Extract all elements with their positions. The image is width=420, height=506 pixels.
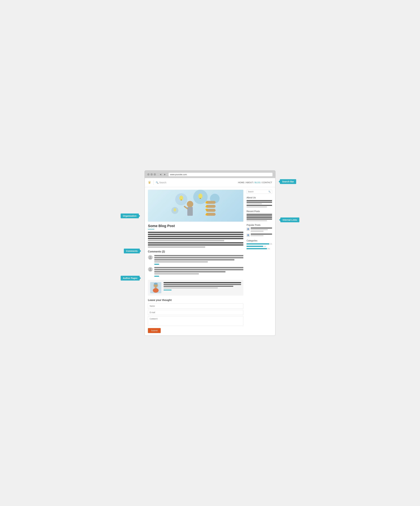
dot-2	[150, 173, 153, 175]
sidebar-search[interactable]: 🔍	[247, 190, 272, 194]
comment-item	[148, 267, 243, 277]
form-title: Leave your thought	[148, 299, 243, 302]
sidebar-categories: Categories (23) (14)	[247, 239, 272, 249]
svg-text:👍: 👍	[205, 205, 208, 208]
text-line	[148, 234, 243, 235]
text-line	[164, 284, 241, 285]
sidebar-search-input[interactable]	[248, 191, 268, 193]
author-pages-label: Author Pages	[121, 276, 140, 280]
header-divider	[153, 180, 153, 185]
svg-rect-6	[200, 198, 201, 199]
svg-rect-4	[181, 200, 182, 200]
text-line	[247, 215, 272, 216]
svg-rect-28	[155, 287, 157, 288]
text-line	[247, 202, 272, 203]
comment-link[interactable]	[154, 276, 159, 277]
post-underline	[148, 229, 154, 229]
url-bar[interactable]: www.yoursite.com	[168, 173, 273, 176]
text-line	[154, 273, 199, 274]
popular-item: 👤	[247, 227, 272, 232]
name-input[interactable]	[148, 304, 243, 309]
search-bar-label: Search Bar	[280, 179, 296, 184]
text-line	[251, 231, 263, 232]
text-line	[154, 267, 243, 268]
page-wrapper: Organization Search Bar Internal Links C…	[145, 170, 275, 336]
author-box	[148, 280, 243, 295]
comment-avatar-2	[148, 267, 153, 272]
text-line	[148, 236, 243, 237]
svg-point-19	[174, 208, 176, 211]
header-nav: HOME / ABOUT / BLOG / CONTACT	[238, 181, 272, 184]
author-link[interactable]	[164, 290, 172, 290]
header-search[interactable]: 🔍 Search	[156, 181, 166, 184]
svg-point-27	[153, 288, 159, 293]
text-line	[148, 246, 205, 248]
category-bar	[247, 248, 267, 249]
back-arrow[interactable]: ◀	[159, 173, 162, 176]
search-icon: 🔍	[156, 181, 159, 184]
category-count: (23)	[270, 243, 272, 245]
submit-button[interactable]: Submit	[148, 328, 161, 333]
text-line	[148, 240, 224, 241]
text-line	[247, 205, 272, 206]
forward-arrow[interactable]: ▶	[163, 173, 167, 176]
popular-item: 👤	[247, 234, 272, 237]
main-content: 👍 👍 👎 👍 Some Blog Post	[148, 190, 243, 333]
popular-lines	[251, 227, 272, 232]
comment-link[interactable]	[154, 264, 159, 265]
text-line	[251, 234, 272, 235]
category-bar-row: (14)	[247, 246, 272, 247]
category-count: (14)	[264, 246, 266, 247]
text-line	[251, 235, 263, 236]
nav-blog[interactable]: BLOG	[255, 181, 260, 184]
sidebar: 🔍 About Us Recent Posts	[247, 190, 272, 333]
post-text-lines	[148, 232, 243, 248]
text-line	[247, 200, 272, 201]
text-line	[164, 282, 241, 283]
sidebar-popular: Popular Posts 👤 👤	[247, 224, 272, 237]
text-line	[154, 261, 208, 262]
author-info	[164, 282, 241, 293]
organization-label: Organization	[121, 213, 139, 218]
browser-arrows: ◀ ▶	[159, 173, 167, 176]
author-avatar	[150, 282, 161, 293]
dot-1	[147, 173, 150, 175]
browser-chrome: ◀ ▶ www.yoursite.com	[145, 170, 275, 178]
email-input[interactable]	[148, 310, 243, 315]
text-line	[154, 271, 226, 272]
sidebar-recent-title: Recent Posts	[247, 210, 272, 213]
text-line	[251, 229, 268, 230]
svg-text:👎: 👎	[205, 209, 208, 212]
dot-3	[154, 173, 156, 175]
svg-text:👍: 👍	[205, 213, 208, 216]
category-bar	[247, 246, 263, 247]
comments-label: Comments	[124, 249, 140, 253]
popular-thumb: 👤	[247, 234, 250, 237]
comment-avatar-1	[148, 255, 153, 260]
hero-image: 👍 👍 👎 👍	[148, 190, 243, 222]
text-line	[164, 286, 233, 287]
sidebar-search-icon: 🔍	[268, 191, 271, 193]
popular-thumb: 👤	[247, 227, 250, 231]
category-count: (42)	[268, 248, 270, 249]
header-left: ♛ 🔍 Search	[148, 180, 166, 185]
text-line	[154, 269, 243, 270]
text-line	[148, 232, 243, 233]
text-line	[154, 255, 243, 256]
svg-point-23	[149, 270, 152, 271]
author-illustration	[151, 282, 160, 293]
text-line	[148, 244, 243, 246]
post-title: Some Blog Post	[148, 224, 243, 228]
category-bar-row: (23)	[247, 243, 272, 245]
svg-point-21	[149, 258, 152, 259]
comment-input[interactable]	[148, 316, 243, 326]
text-line	[154, 259, 234, 260]
svg-point-7	[187, 201, 193, 207]
text-line	[164, 287, 218, 288]
text-line	[154, 257, 243, 258]
internal-links-label: Internal Links	[280, 218, 299, 222]
sidebar-categories-title: Categories	[247, 239, 272, 242]
text-line	[251, 227, 272, 228]
text-line	[148, 238, 243, 239]
category-item: (23)	[247, 243, 272, 245]
